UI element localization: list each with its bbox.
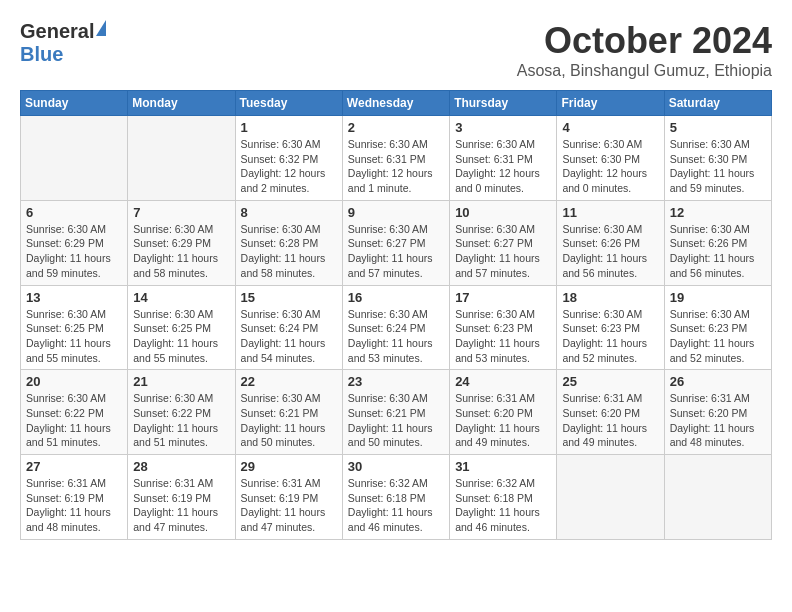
day-number: 5 [670, 120, 766, 135]
column-header-monday: Monday [128, 91, 235, 116]
calendar-cell: 2Sunrise: 6:30 AMSunset: 6:31 PMDaylight… [342, 116, 449, 201]
day-number: 4 [562, 120, 658, 135]
day-number: 24 [455, 374, 551, 389]
day-number: 18 [562, 290, 658, 305]
calendar-cell: 15Sunrise: 6:30 AMSunset: 6:24 PMDayligh… [235, 285, 342, 370]
calendar-cell: 26Sunrise: 6:31 AMSunset: 6:20 PMDayligh… [664, 370, 771, 455]
page-header: General Blue October 2024 Asosa, Binshan… [20, 20, 772, 80]
location-subtitle: Asosa, Binshangul Gumuz, Ethiopia [517, 62, 772, 80]
calendar-header-row: SundayMondayTuesdayWednesdayThursdayFrid… [21, 91, 772, 116]
calendar-cell: 18Sunrise: 6:30 AMSunset: 6:23 PMDayligh… [557, 285, 664, 370]
day-number: 17 [455, 290, 551, 305]
calendar-cell: 11Sunrise: 6:30 AMSunset: 6:26 PMDayligh… [557, 200, 664, 285]
day-number: 28 [133, 459, 229, 474]
calendar-cell: 10Sunrise: 6:30 AMSunset: 6:27 PMDayligh… [450, 200, 557, 285]
logo-triangle-icon [96, 20, 106, 36]
day-info: Sunrise: 6:31 AMSunset: 6:20 PMDaylight:… [670, 391, 766, 450]
calendar-cell: 28Sunrise: 6:31 AMSunset: 6:19 PMDayligh… [128, 455, 235, 540]
calendar-cell: 6Sunrise: 6:30 AMSunset: 6:29 PMDaylight… [21, 200, 128, 285]
calendar-week-row: 1Sunrise: 6:30 AMSunset: 6:32 PMDaylight… [21, 116, 772, 201]
calendar-cell: 13Sunrise: 6:30 AMSunset: 6:25 PMDayligh… [21, 285, 128, 370]
day-info: Sunrise: 6:32 AMSunset: 6:18 PMDaylight:… [348, 476, 444, 535]
calendar-week-row: 20Sunrise: 6:30 AMSunset: 6:22 PMDayligh… [21, 370, 772, 455]
calendar-cell: 17Sunrise: 6:30 AMSunset: 6:23 PMDayligh… [450, 285, 557, 370]
day-number: 1 [241, 120, 337, 135]
day-info: Sunrise: 6:30 AMSunset: 6:21 PMDaylight:… [241, 391, 337, 450]
column-header-friday: Friday [557, 91, 664, 116]
day-info: Sunrise: 6:30 AMSunset: 6:25 PMDaylight:… [26, 307, 122, 366]
day-info: Sunrise: 6:30 AMSunset: 6:27 PMDaylight:… [348, 222, 444, 281]
column-header-wednesday: Wednesday [342, 91, 449, 116]
calendar-cell: 4Sunrise: 6:30 AMSunset: 6:30 PMDaylight… [557, 116, 664, 201]
day-info: Sunrise: 6:30 AMSunset: 6:26 PMDaylight:… [562, 222, 658, 281]
day-info: Sunrise: 6:30 AMSunset: 6:27 PMDaylight:… [455, 222, 551, 281]
calendar-week-row: 27Sunrise: 6:31 AMSunset: 6:19 PMDayligh… [21, 455, 772, 540]
day-info: Sunrise: 6:30 AMSunset: 6:22 PMDaylight:… [133, 391, 229, 450]
calendar-cell: 3Sunrise: 6:30 AMSunset: 6:31 PMDaylight… [450, 116, 557, 201]
day-number: 8 [241, 205, 337, 220]
day-number: 9 [348, 205, 444, 220]
day-number: 31 [455, 459, 551, 474]
calendar-cell: 23Sunrise: 6:30 AMSunset: 6:21 PMDayligh… [342, 370, 449, 455]
calendar-cell: 1Sunrise: 6:30 AMSunset: 6:32 PMDaylight… [235, 116, 342, 201]
calendar-cell: 20Sunrise: 6:30 AMSunset: 6:22 PMDayligh… [21, 370, 128, 455]
day-info: Sunrise: 6:30 AMSunset: 6:24 PMDaylight:… [348, 307, 444, 366]
calendar-cell: 24Sunrise: 6:31 AMSunset: 6:20 PMDayligh… [450, 370, 557, 455]
calendar-cell [664, 455, 771, 540]
logo-blue-text: Blue [20, 43, 63, 65]
day-number: 13 [26, 290, 122, 305]
day-info: Sunrise: 6:31 AMSunset: 6:19 PMDaylight:… [241, 476, 337, 535]
day-number: 14 [133, 290, 229, 305]
day-number: 26 [670, 374, 766, 389]
calendar-week-row: 13Sunrise: 6:30 AMSunset: 6:25 PMDayligh… [21, 285, 772, 370]
day-info: Sunrise: 6:31 AMSunset: 6:20 PMDaylight:… [562, 391, 658, 450]
title-block: October 2024 Asosa, Binshangul Gumuz, Et… [517, 20, 772, 80]
calendar-cell [128, 116, 235, 201]
calendar-cell [557, 455, 664, 540]
calendar-cell: 9Sunrise: 6:30 AMSunset: 6:27 PMDaylight… [342, 200, 449, 285]
calendar-cell: 29Sunrise: 6:31 AMSunset: 6:19 PMDayligh… [235, 455, 342, 540]
day-info: Sunrise: 6:30 AMSunset: 6:32 PMDaylight:… [241, 137, 337, 196]
day-info: Sunrise: 6:31 AMSunset: 6:19 PMDaylight:… [133, 476, 229, 535]
day-info: Sunrise: 6:31 AMSunset: 6:19 PMDaylight:… [26, 476, 122, 535]
day-info: Sunrise: 6:31 AMSunset: 6:20 PMDaylight:… [455, 391, 551, 450]
day-number: 19 [670, 290, 766, 305]
day-info: Sunrise: 6:30 AMSunset: 6:30 PMDaylight:… [562, 137, 658, 196]
day-info: Sunrise: 6:30 AMSunset: 6:30 PMDaylight:… [670, 137, 766, 196]
day-info: Sunrise: 6:30 AMSunset: 6:29 PMDaylight:… [26, 222, 122, 281]
day-number: 6 [26, 205, 122, 220]
day-number: 7 [133, 205, 229, 220]
calendar-cell: 12Sunrise: 6:30 AMSunset: 6:26 PMDayligh… [664, 200, 771, 285]
logo: General Blue [20, 20, 106, 66]
day-number: 29 [241, 459, 337, 474]
column-header-tuesday: Tuesday [235, 91, 342, 116]
day-info: Sunrise: 6:30 AMSunset: 6:22 PMDaylight:… [26, 391, 122, 450]
day-number: 10 [455, 205, 551, 220]
day-number: 27 [26, 459, 122, 474]
day-number: 11 [562, 205, 658, 220]
column-header-saturday: Saturday [664, 91, 771, 116]
day-info: Sunrise: 6:30 AMSunset: 6:31 PMDaylight:… [348, 137, 444, 196]
calendar-cell: 25Sunrise: 6:31 AMSunset: 6:20 PMDayligh… [557, 370, 664, 455]
day-number: 20 [26, 374, 122, 389]
calendar-cell [21, 116, 128, 201]
calendar-cell: 16Sunrise: 6:30 AMSunset: 6:24 PMDayligh… [342, 285, 449, 370]
day-number: 12 [670, 205, 766, 220]
calendar-cell: 27Sunrise: 6:31 AMSunset: 6:19 PMDayligh… [21, 455, 128, 540]
calendar-cell: 5Sunrise: 6:30 AMSunset: 6:30 PMDaylight… [664, 116, 771, 201]
day-info: Sunrise: 6:30 AMSunset: 6:23 PMDaylight:… [455, 307, 551, 366]
day-info: Sunrise: 6:30 AMSunset: 6:23 PMDaylight:… [670, 307, 766, 366]
day-info: Sunrise: 6:30 AMSunset: 6:31 PMDaylight:… [455, 137, 551, 196]
day-info: Sunrise: 6:30 AMSunset: 6:26 PMDaylight:… [670, 222, 766, 281]
day-info: Sunrise: 6:30 AMSunset: 6:28 PMDaylight:… [241, 222, 337, 281]
calendar-cell: 19Sunrise: 6:30 AMSunset: 6:23 PMDayligh… [664, 285, 771, 370]
calendar-week-row: 6Sunrise: 6:30 AMSunset: 6:29 PMDaylight… [21, 200, 772, 285]
day-number: 22 [241, 374, 337, 389]
calendar-cell: 14Sunrise: 6:30 AMSunset: 6:25 PMDayligh… [128, 285, 235, 370]
day-info: Sunrise: 6:30 AMSunset: 6:25 PMDaylight:… [133, 307, 229, 366]
day-number: 23 [348, 374, 444, 389]
column-header-thursday: Thursday [450, 91, 557, 116]
calendar-table: SundayMondayTuesdayWednesdayThursdayFrid… [20, 90, 772, 540]
day-info: Sunrise: 6:30 AMSunset: 6:24 PMDaylight:… [241, 307, 337, 366]
day-info: Sunrise: 6:30 AMSunset: 6:23 PMDaylight:… [562, 307, 658, 366]
